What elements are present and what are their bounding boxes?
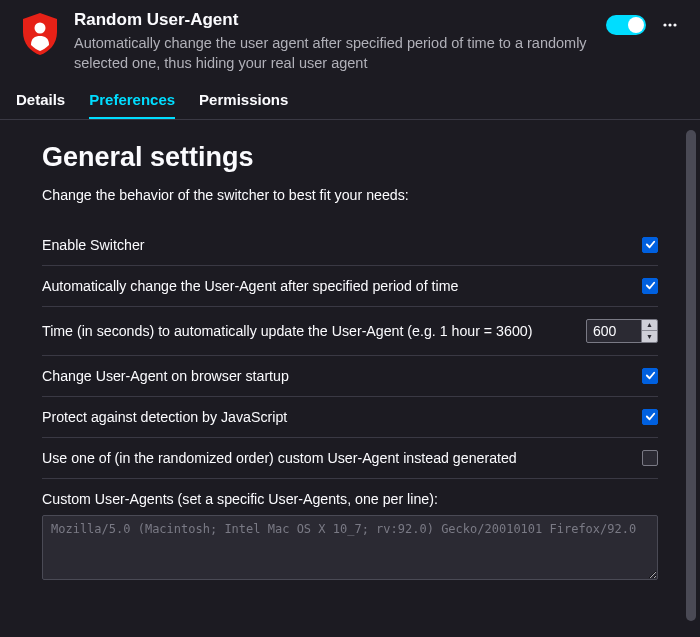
section-description: Change the behavior of the switcher to b… [42,187,658,203]
extension-header: Random User-Agent Automatically change t… [0,0,700,82]
interval-step-up[interactable]: ▲ [642,320,657,332]
row-custom-list: Custom User-Agents (set a specific User-… [42,491,658,584]
svg-point-2 [668,23,671,26]
extension-enable-toggle[interactable] [606,15,646,35]
checkbox-auto-change[interactable] [642,278,658,294]
interval-spinner: ▲ ▼ [641,320,657,342]
svg-point-3 [673,23,676,26]
tab-preferences[interactable]: Preferences [89,82,175,119]
svg-point-0 [35,23,46,34]
row-use-custom: Use one of (in the randomized order) cus… [42,438,658,479]
scrollbar[interactable] [686,130,696,621]
label-protect-js: Protect against detection by JavaScript [42,409,630,425]
checkbox-use-custom[interactable] [642,450,658,466]
interval-input[interactable] [587,320,641,342]
label-interval: Time (in seconds) to automatically updat… [42,323,574,339]
label-use-custom: Use one of (in the randomized order) cus… [42,450,630,466]
interval-step-down[interactable]: ▼ [642,331,657,342]
checkbox-on-startup[interactable] [642,368,658,384]
tab-permissions[interactable]: Permissions [199,82,288,119]
section-heading: General settings [42,142,658,173]
label-enable-switcher: Enable Switcher [42,237,630,253]
row-on-startup: Change User-Agent on browser startup [42,356,658,397]
label-auto-change: Automatically change the User-Agent afte… [42,278,630,294]
row-auto-change: Automatically change the User-Agent afte… [42,266,658,307]
tab-bar: Details Preferences Permissions [0,82,700,120]
interval-input-wrapper: ▲ ▼ [586,319,658,343]
row-enable-switcher: Enable Switcher [42,225,658,266]
row-interval: Time (in seconds) to automatically updat… [42,307,658,356]
custom-ua-textarea[interactable] [42,515,658,580]
tab-details[interactable]: Details [16,82,65,119]
label-on-startup: Change User-Agent on browser startup [42,368,630,384]
extension-title: Random User-Agent [74,9,596,31]
label-custom-list: Custom User-Agents (set a specific User-… [42,491,658,507]
shield-user-icon [16,9,64,57]
preferences-panel: General settings Change the behavior of … [0,120,700,631]
extension-description: Automatically change the user agent afte… [74,33,596,74]
svg-point-1 [663,23,666,26]
row-protect-js: Protect against detection by JavaScript [42,397,658,438]
more-options-button[interactable] [656,11,684,39]
checkbox-protect-js[interactable] [642,409,658,425]
checkbox-enable-switcher[interactable] [642,237,658,253]
